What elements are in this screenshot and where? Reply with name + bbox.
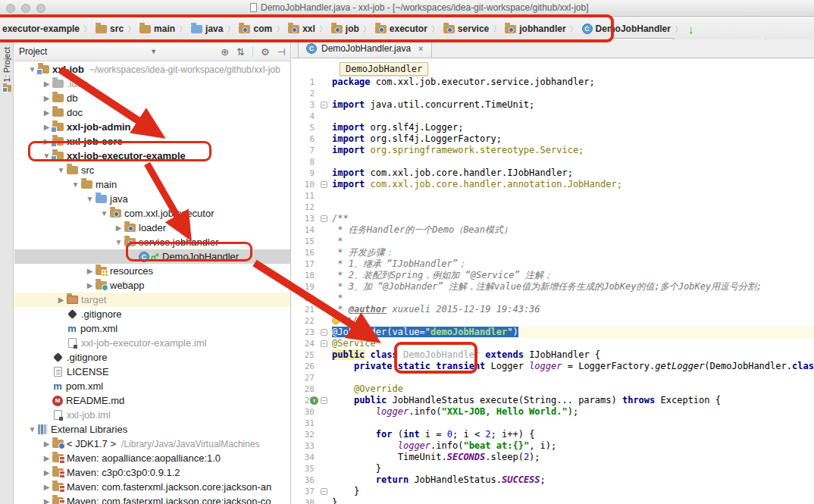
window-controls[interactable] [6, 4, 45, 13]
breadcrumb-item-src[interactable]: src [95, 23, 124, 34]
project-panel-title[interactable]: Project ▼ [19, 46, 157, 57]
chevron-expanded-icon[interactable]: ▼ [99, 209, 110, 218]
chevron-collapsed-icon[interactable]: ▶ [41, 454, 52, 462]
line-number: 20 [292, 293, 330, 304]
breadcrumb-item-main[interactable]: main [139, 23, 175, 34]
close-icon[interactable]: × [418, 44, 423, 53]
package-icon [124, 224, 136, 232]
chevron-collapsed-icon[interactable]: ▶ [84, 281, 95, 290]
hide-panel-icon[interactable]: ⊣ [277, 46, 286, 58]
tree-item-.gitignore[interactable]: .gitignore [14, 350, 291, 365]
tree-item-Maven-com.fasterxml.jackson.core-jackson-co[interactable]: ▶Maven: com.fasterxml.jackson.core:jacks… [14, 494, 291, 504]
package-icon [443, 25, 455, 33]
tree-item-.idea[interactable]: ▶.idea [14, 77, 291, 91]
collapse-all-icon[interactable]: ⇅ [236, 46, 245, 58]
fold-marker-icon[interactable]: − [321, 340, 327, 347]
chevron-expanded-icon[interactable]: ▼ [70, 180, 81, 189]
tree-item-xxl-job-executor-example[interactable]: ▼xxl-job-executor-example [14, 149, 291, 163]
tree-item-xxl-job.iml[interactable]: xxl-job.iml [14, 408, 291, 422]
tree-item-db[interactable]: ▶db [14, 91, 291, 105]
minimize-window-icon[interactable] [21, 4, 30, 13]
chevron-collapsed-icon[interactable]: ▶ [41, 80, 52, 88]
folder-icon [139, 25, 151, 33]
breadcrumb-item-jobhandler[interactable]: jobhandler [505, 23, 565, 34]
chevron-expanded-icon[interactable]: ▼ [55, 166, 67, 174]
line-number: 21 [292, 304, 330, 315]
tree-item-resources[interactable]: ▶resources [14, 264, 291, 278]
gear-icon[interactable]: ⚙ [261, 46, 270, 58]
tree-item-xxl-job[interactable]: ▼xxl-job~/workspaces/idea-git-workspace/… [14, 62, 291, 77]
chevron-collapsed-icon[interactable]: ▶ [41, 440, 52, 448]
library-icon [52, 497, 64, 504]
chevron-expanded-icon[interactable]: ▼ [27, 425, 38, 434]
tree-item-pom.xml[interactable]: mpom.xml [14, 321, 291, 336]
folder-icon [52, 108, 64, 117]
tree-item-xxl-job-core[interactable]: ▶xxl-job-core [14, 134, 291, 149]
tree-item-target[interactable]: ▶target [14, 293, 291, 307]
breadcrumb-item-executor[interactable]: executor [375, 23, 427, 34]
tree-item-Maven-c3p0-c3p0-0.9.1.2[interactable]: ▶Maven: c3p0:c3p0:0.9.1.2 [14, 465, 291, 480]
editor-tab[interactable]: C DemoJobHandler.java × [298, 39, 432, 58]
tree-item-Maven-aopalliance-aopalliance-1.0[interactable]: ▶Maven: aopalliance:aopalliance:1.0 [14, 451, 291, 465]
locate-icon[interactable]: ⊕ [221, 46, 229, 58]
libraries-icon [38, 424, 48, 434]
tree-item--JDK1.7-[interactable]: ▶< JDK1.7 >/Library/Java/JavaVirtualMach… [14, 437, 291, 451]
zoom-window-icon[interactable] [36, 4, 45, 13]
tree-item-com.xxl.job.executor[interactable]: ▼com.xxl.job.executor [14, 206, 291, 221]
breadcrumb-item-com[interactable]: com [239, 23, 272, 34]
chevron-expanded-icon[interactable]: ▼ [113, 238, 124, 246]
tree-item-xxl-job-admin[interactable]: ▶xxl-job-admin [14, 120, 291, 134]
breadcrumb-item-xxl[interactable]: xxl [288, 23, 315, 34]
code-line-8: 8 [292, 156, 814, 167]
tree-item-External-Libraries[interactable]: ▼External Libraries [14, 422, 291, 437]
tree-item-pom.xml[interactable]: mpom.xml [14, 379, 291, 393]
chevron-collapsed-icon[interactable]: ▶ [113, 224, 124, 232]
fold-marker-icon[interactable]: − [321, 181, 327, 188]
chevron-collapsed-icon[interactable]: ▶ [41, 497, 52, 504]
tree-item-java[interactable]: ▼java [14, 192, 291, 206]
fold-marker-icon[interactable]: − [321, 397, 327, 404]
tree-item-README.md[interactable]: MREADME.md [14, 393, 291, 408]
code-line-19: 19 * 3、加 “@JobHander” 注解，注解value值为新增任务生成… [292, 281, 814, 293]
tree-item-DemoJobHandler[interactable]: CDemoJobHandler [14, 249, 291, 264]
code-line-4: 4 [292, 111, 814, 122]
tree-item-webapp[interactable]: ▶webapp [14, 278, 291, 293]
breadcrumb-separator: 〉 [276, 23, 284, 35]
chevron-collapsed-icon[interactable]: ▶ [84, 267, 95, 275]
tree-item-Maven-com.fasterxml.jackson.core-jackson-an[interactable]: ▶Maven: com.fasterxml.jackson.core:jacks… [14, 480, 291, 494]
editor-pane: C DemoJobHandler.java × DemoJobHandler 1… [292, 39, 814, 504]
tree-item-doc[interactable]: ▶doc [14, 105, 291, 120]
chevron-expanded-icon[interactable]: ▼ [84, 195, 95, 203]
header-divider [252, 46, 253, 57]
fold-marker-icon[interactable]: − [321, 488, 327, 495]
line-number: 35 [292, 463, 330, 474]
tree-item-loader[interactable]: ▶loader [14, 221, 291, 235]
project-toolwindow-button[interactable]: 1: Project [0, 47, 14, 92]
chevron-collapsed-icon[interactable]: ▶ [55, 296, 67, 304]
chevron-collapsed-icon[interactable]: ▶ [41, 468, 52, 477]
chevron-collapsed-icon[interactable]: ▶ [41, 94, 52, 102]
close-window-icon[interactable] [6, 4, 15, 13]
editor-code-area[interactable]: 1package com.xxl.job.executor.service.jo… [292, 77, 814, 504]
line-number: 5 [292, 122, 330, 133]
breadcrumb-item-job[interactable]: job [331, 23, 359, 34]
tree-item-.gitignore[interactable]: .gitignore [14, 307, 291, 321]
lightbulb-icon[interactable] [332, 317, 340, 324]
breadcrumb-item-executor-example[interactable]: executor-example [2, 23, 80, 34]
tree-item-LICENSE[interactable]: LICENSE [14, 365, 291, 379]
breadcrumb-item-java[interactable]: java [191, 23, 223, 34]
tree-item-service.jobhandler[interactable]: ▼service.jobhandler [14, 235, 291, 249]
tree-item-src[interactable]: ▼src [14, 163, 291, 177]
tree-item-main[interactable]: ▼main [14, 177, 291, 192]
chevron-collapsed-icon[interactable]: ▶ [41, 483, 52, 491]
fold-marker-icon[interactable]: − [321, 102, 327, 108]
git-icon [53, 352, 63, 362]
fold-marker-icon[interactable]: − [321, 329, 327, 336]
tree-item-xxl-job-executor-example.iml[interactable]: xxl-job-executor-example.iml [14, 336, 291, 350]
chevron-collapsed-icon[interactable]: ▶ [41, 108, 52, 117]
fold-marker-icon[interactable]: − [321, 215, 327, 222]
breadcrumb-item-DemoJobHandler[interactable]: CDemoJobHandler [582, 23, 671, 34]
breadcrumb-item-service[interactable]: service [443, 23, 489, 34]
override-method-icon[interactable]: ↑ [310, 396, 318, 405]
folder-resources-icon [95, 267, 107, 275]
